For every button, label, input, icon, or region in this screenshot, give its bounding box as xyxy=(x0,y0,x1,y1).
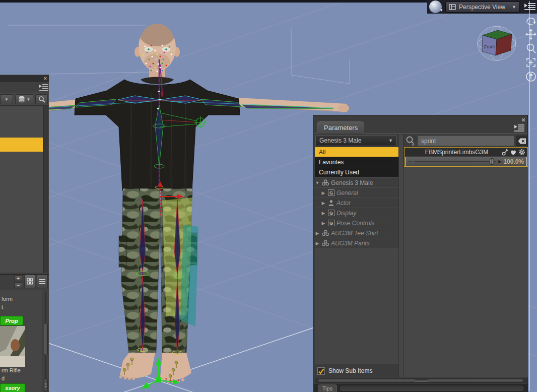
panel-splitter[interactable] xyxy=(398,135,404,377)
show-sub-items-label: Show Sub Items xyxy=(328,367,372,374)
group-icon: G xyxy=(328,210,334,216)
content-panel: × ▼ ▼ + − form t Prop rm Rifle d ssory ▲… xyxy=(0,75,49,392)
link-icon[interactable] xyxy=(502,149,508,156)
tab-tips[interactable]: Tips xyxy=(318,384,337,392)
aim-tool-icon[interactable] xyxy=(525,71,537,83)
content-thumbnail[interactable] xyxy=(0,326,25,367)
bottom-tab-bar: Tips xyxy=(314,384,527,392)
sphere-gizmo-chevron[interactable]: ▼ xyxy=(439,8,443,13)
figure-icon xyxy=(322,240,329,246)
tab-well xyxy=(339,385,524,391)
content-item-label[interactable]: t xyxy=(2,304,3,310)
show-sub-items-row: Show Sub Items xyxy=(315,364,398,377)
expand-icon[interactable]: ▶ xyxy=(321,221,326,226)
show-sub-items-checkbox[interactable] xyxy=(317,367,325,375)
view-selector-label: Perspective View xyxy=(459,4,509,11)
expand-icon[interactable]: ▶ xyxy=(321,211,326,216)
horizontal-scrollbar[interactable] xyxy=(315,378,527,383)
tree-item-aug3m-pants[interactable]: ▶ AUG3M Pants xyxy=(315,238,398,248)
frame-tool-icon[interactable] xyxy=(525,56,537,69)
chevron-down-icon: ▼ xyxy=(388,138,393,143)
expand-icon[interactable]: ▶ xyxy=(321,190,326,195)
filter-dropdown-button[interactable]: ▼ xyxy=(0,94,13,104)
panel-menu-icon[interactable] xyxy=(39,84,49,91)
gear-icon[interactable] xyxy=(518,149,525,156)
slider-increment-button[interactable]: ▶ xyxy=(498,159,501,164)
orbit-tool-icon[interactable] xyxy=(525,15,537,27)
parameter-title-row: FBMSprinterLimbsG3M xyxy=(405,148,527,157)
selected-content-row[interactable] xyxy=(0,138,43,152)
node-selector-label: Genesis 3 Male xyxy=(319,137,388,144)
parameter-value[interactable]: 100.0% xyxy=(503,158,524,165)
check-icon xyxy=(318,368,324,374)
parameters-panel: × Parameters Genesis 3 Male ▼ All Favori… xyxy=(313,115,528,392)
chevron-down-icon: ▼ xyxy=(512,5,516,10)
tree-item-actor[interactable]: ▶ Actor xyxy=(315,198,398,208)
grid-view-icon xyxy=(27,278,33,285)
grid-view-button[interactable] xyxy=(24,275,35,288)
favorite-heart-icon[interactable] xyxy=(510,149,517,156)
parameter-block: FBMSprinterLimbsG3M − ▶ 100.0% xyxy=(404,147,528,167)
viewport-pane-icon xyxy=(449,4,456,10)
content-item-label[interactable]: rm Rifle xyxy=(2,367,21,373)
tree-empty-area xyxy=(315,248,398,364)
close-icon[interactable]: × xyxy=(521,116,525,124)
zoom-in-button[interactable]: + xyxy=(14,275,22,281)
content-scrollbar[interactable] xyxy=(43,106,48,273)
panel-menu-icon[interactable] xyxy=(514,123,525,132)
pan-tool-icon[interactable] xyxy=(525,28,537,40)
content-list-area[interactable] xyxy=(0,106,43,273)
list-view-button[interactable] xyxy=(37,275,48,288)
tree-item-display[interactable]: ▶ G Display xyxy=(315,208,398,218)
scrollbar-thumb[interactable] xyxy=(44,323,48,355)
collapse-icon[interactable]: ▼ xyxy=(315,180,320,185)
content-item-label[interactable]: form xyxy=(2,296,13,302)
parameter-name: FBMSprinterLimbsG3M xyxy=(405,149,502,156)
parameter-slider-row: − ▶ 100.0% xyxy=(405,157,527,166)
expand-icon[interactable]: ▶ xyxy=(321,201,326,206)
node-selector-dropdown[interactable]: Genesis 3 Male ▼ xyxy=(315,135,397,146)
slider-track[interactable] xyxy=(414,158,496,165)
character-genesis-3-male[interactable] xyxy=(13,20,349,383)
tree-item-general[interactable]: ▶ G General xyxy=(315,187,398,198)
search-icon[interactable] xyxy=(406,136,416,146)
viewport-menu-icon[interactable] xyxy=(524,2,536,11)
backspace-clear-icon xyxy=(518,138,526,144)
view-selector-dropdown[interactable]: Perspective View ▼ xyxy=(445,2,520,13)
expand-icon[interactable]: ▶ xyxy=(315,241,320,246)
group-icon: G xyxy=(328,220,334,226)
filter-item-currently-used[interactable]: Currently Used xyxy=(315,167,398,177)
figure-icon xyxy=(322,230,329,236)
search-button[interactable] xyxy=(35,94,48,104)
database-dropdown-button[interactable]: ▼ xyxy=(15,94,33,104)
expand-icon[interactable]: ▶ xyxy=(315,231,320,236)
tab-parameters[interactable]: Parameters xyxy=(317,121,364,134)
slider-handle[interactable] xyxy=(490,158,494,165)
list-view-icon xyxy=(39,279,46,285)
content-panel-titlebar xyxy=(0,75,49,82)
view-cube[interactable]: Front xyxy=(476,24,518,62)
accessory-badge: ssory xyxy=(0,383,25,392)
actor-icon xyxy=(328,200,334,206)
close-icon[interactable]: × xyxy=(43,75,47,82)
filter-item-favorites[interactable]: Favorites xyxy=(315,157,398,167)
zoom-out-button[interactable]: − xyxy=(14,282,22,288)
zoom-tool-icon[interactable] xyxy=(525,42,537,55)
scrollbar-arrows[interactable]: ▲▼ xyxy=(44,378,48,391)
figure-icon xyxy=(322,179,329,186)
tree-item-aug3m-tee-shirt[interactable]: ▶ AUG3M Tee Shirt xyxy=(315,228,398,238)
cube-front-label: Front xyxy=(484,44,495,49)
search-icon xyxy=(38,96,45,103)
content-items-scrollbar[interactable]: ▲▼ xyxy=(44,292,48,392)
group-icon: G xyxy=(328,189,334,196)
content-item-label[interactable]: d xyxy=(2,375,5,381)
filter-item-all[interactable]: All xyxy=(315,147,398,157)
tree-item-genesis-3-male[interactable]: ▼ Genesis 3 Male xyxy=(315,177,398,187)
search-input[interactable] xyxy=(418,136,514,146)
tree-item-pose-controls[interactable]: ▶ G Pose Controls xyxy=(315,218,398,228)
prop-badge: Prop xyxy=(0,316,23,325)
search-clear-button[interactable] xyxy=(516,136,528,146)
slider-decrement-button[interactable]: − xyxy=(408,159,412,164)
h-scrollbar-grip xyxy=(415,379,428,382)
parameter-list-empty xyxy=(404,167,528,377)
